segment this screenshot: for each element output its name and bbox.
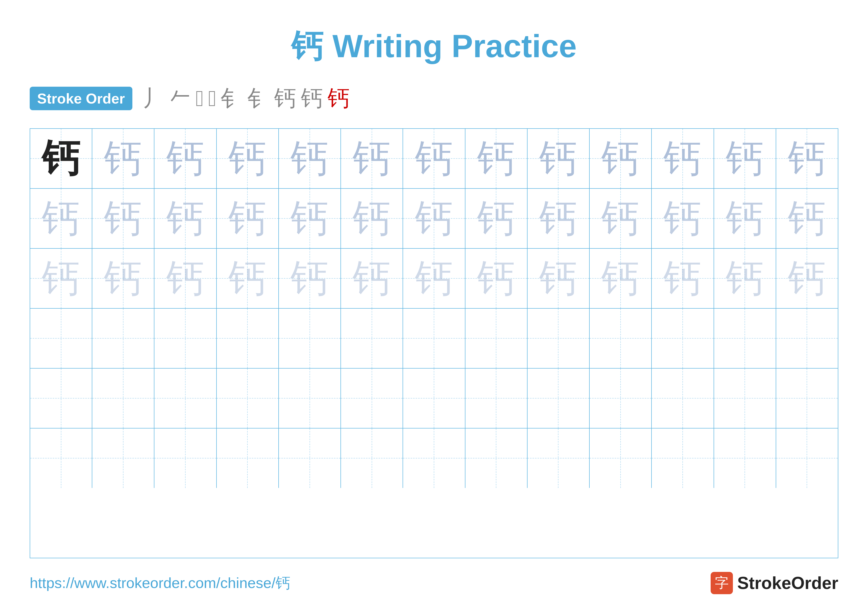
grid-cell[interactable]: 钙 — [590, 249, 652, 308]
grid-cell[interactable]: 钙 — [403, 189, 465, 248]
grid-cell[interactable]: 钙 — [217, 129, 279, 188]
grid-cell[interactable]: 钙 — [776, 189, 838, 248]
grid-cell[interactable]: 钙 — [527, 189, 590, 248]
grid-cell[interactable]: 钙 — [92, 189, 154, 248]
grid-cell[interactable] — [217, 368, 279, 428]
grid-cell[interactable] — [30, 429, 92, 488]
grid-cell[interactable] — [30, 309, 92, 368]
footer-logo-icon: 字 — [711, 572, 733, 594]
cell-character: 钙 — [477, 199, 515, 238]
grid-cell[interactable] — [341, 368, 403, 428]
grid-cell[interactable]: 钙 — [527, 249, 590, 308]
grid-cell[interactable]: 钙 — [30, 129, 92, 188]
grid-cell[interactable] — [652, 429, 714, 488]
grid-cell[interactable] — [527, 429, 590, 488]
grid-cell[interactable] — [776, 368, 838, 428]
grid-cell[interactable] — [527, 309, 590, 368]
grid-cell[interactable] — [776, 309, 838, 368]
grid-cell[interactable] — [465, 429, 527, 488]
grid-cell[interactable]: 钙 — [341, 129, 403, 188]
grid-cell[interactable]: 钙 — [30, 189, 92, 248]
grid-cell[interactable] — [279, 429, 341, 488]
grid-cell[interactable]: 钙 — [217, 249, 279, 308]
grid-cell[interactable]: 钙 — [590, 189, 652, 248]
grid-cell[interactable]: 钙 — [652, 249, 714, 308]
grid-cell[interactable]: 钙 — [527, 129, 590, 188]
cell-character: 钙 — [415, 199, 453, 238]
grid-cell[interactable]: 钙 — [279, 189, 341, 248]
cell-character: 钙 — [601, 199, 640, 238]
grid-cell[interactable] — [714, 309, 776, 368]
grid-cell[interactable] — [154, 368, 217, 428]
cell-character: 钙 — [353, 199, 391, 238]
stroke-order-row: Stroke Order 丿 𠂉 𠃍 𠄌 钅 钅 钙 钙 钙 — [30, 83, 838, 113]
grid-cell[interactable]: 钙 — [403, 249, 465, 308]
grid-cell[interactable]: 钙 — [776, 249, 838, 308]
grid-cell[interactable] — [279, 368, 341, 428]
grid-cell[interactable]: 钙 — [714, 189, 776, 248]
grid-cell[interactable]: 钙 — [465, 249, 527, 308]
grid-cell[interactable] — [30, 368, 92, 428]
cell-character: 钙 — [42, 259, 80, 298]
grid-cell[interactable] — [465, 309, 527, 368]
stroke-step-3: 𠃍 — [196, 86, 204, 111]
grid-cell[interactable] — [154, 429, 217, 488]
grid-cell[interactable] — [403, 368, 465, 428]
grid-cell[interactable]: 钙 — [341, 249, 403, 308]
grid-cell[interactable]: 钙 — [92, 129, 154, 188]
grid-cell[interactable]: 钙 — [714, 249, 776, 308]
grid-row — [30, 309, 838, 368]
grid-cell[interactable] — [527, 368, 590, 428]
cell-character: 钙 — [228, 199, 267, 238]
grid-cell[interactable] — [217, 309, 279, 368]
grid-cell[interactable] — [590, 309, 652, 368]
grid-cell[interactable] — [279, 309, 341, 368]
cell-character: 钙 — [290, 199, 329, 238]
stroke-step-9: 钙 — [328, 83, 350, 113]
grid-cell[interactable]: 钙 — [92, 249, 154, 308]
cell-character: 钙 — [788, 199, 826, 238]
cell-character: 钙 — [788, 259, 826, 298]
grid-cell[interactable]: 钙 — [154, 189, 217, 248]
grid-cell[interactable]: 钙 — [776, 129, 838, 188]
grid-cell[interactable] — [590, 429, 652, 488]
grid-cell[interactable] — [714, 429, 776, 488]
footer-url: https://www.strokeorder.com/chinese/钙 — [30, 573, 290, 593]
grid-cell[interactable] — [92, 368, 154, 428]
grid-cell[interactable] — [652, 368, 714, 428]
grid-cell[interactable] — [154, 309, 217, 368]
grid-cell[interactable]: 钙 — [30, 249, 92, 308]
grid-cell[interactable]: 钙 — [217, 189, 279, 248]
grid-cell[interactable] — [590, 368, 652, 428]
cell-character: 钙 — [663, 259, 702, 298]
grid-cell[interactable]: 钙 — [279, 129, 341, 188]
grid-cell[interactable]: 钙 — [154, 129, 217, 188]
footer-logo: 字 StrokeOrder — [711, 572, 838, 594]
grid-cell[interactable]: 钙 — [590, 129, 652, 188]
grid-cell[interactable]: 钙 — [652, 129, 714, 188]
grid-cell[interactable] — [217, 429, 279, 488]
grid-cell[interactable] — [403, 309, 465, 368]
grid-cell[interactable]: 钙 — [465, 189, 527, 248]
grid-row: 钙钙钙钙钙钙钙钙钙钙钙钙钙 — [30, 129, 838, 189]
grid-cell[interactable]: 钙 — [714, 129, 776, 188]
grid-cell[interactable]: 钙 — [465, 129, 527, 188]
stroke-step-7: 钙 — [274, 83, 296, 113]
cell-character: 钙 — [415, 140, 453, 178]
grid-cell[interactable]: 钙 — [154, 249, 217, 308]
grid-cell[interactable] — [714, 368, 776, 428]
grid-cell[interactable]: 钙 — [341, 189, 403, 248]
grid-cell[interactable] — [92, 429, 154, 488]
grid-cell[interactable] — [341, 309, 403, 368]
grid-cell[interactable]: 钙 — [652, 189, 714, 248]
stroke-order-badge: Stroke Order — [30, 87, 132, 110]
grid-cell[interactable]: 钙 — [403, 129, 465, 188]
grid-cell[interactable] — [465, 368, 527, 428]
grid-row — [30, 429, 838, 488]
grid-cell[interactable]: 钙 — [279, 249, 341, 308]
grid-cell[interactable] — [652, 309, 714, 368]
grid-cell[interactable] — [92, 309, 154, 368]
grid-cell[interactable] — [341, 429, 403, 488]
grid-cell[interactable] — [403, 429, 465, 488]
grid-cell[interactable] — [776, 429, 838, 488]
